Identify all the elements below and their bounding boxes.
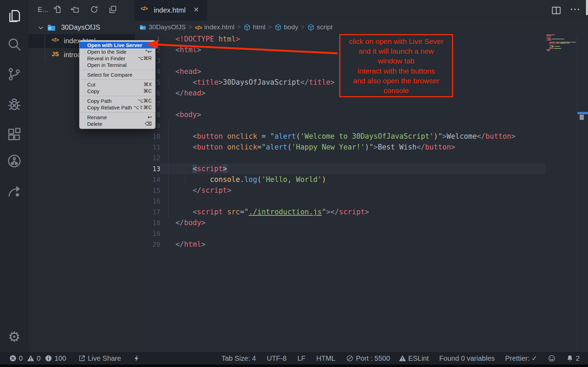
menu-separator	[80, 112, 155, 113]
status-text: HTML	[316, 354, 335, 362]
code-line[interactable]: 20</html>	[135, 239, 588, 250]
folder-row-30daysofjs[interactable]: 30DaysOfJS	[29, 21, 135, 34]
status-100[interactable]: 100	[45, 354, 66, 362]
indent-guide	[168, 196, 169, 207]
menu-item-copy-relative-path[interactable]: Copy Relative Path ⌥⇧⌘C	[80, 104, 155, 111]
code-line[interactable]: 11 <button onclick="alert('Happy New Yea…	[135, 142, 588, 153]
status-bolt-icon[interactable]	[133, 354, 141, 362]
breadcrumb-item-body[interactable]: body	[274, 23, 298, 31]
status-tab-size-4[interactable]: Tab Size: 4	[221, 354, 256, 362]
status-middle: Tab Size: 4UTF-8LFHTMLPort : 5500	[221, 352, 390, 365]
menu-item-copy[interactable]: Copy ⌘C	[80, 88, 155, 94]
indent-guide	[168, 131, 169, 142]
line-number: 14	[135, 174, 160, 185]
status-0[interactable]: 0	[9, 354, 23, 362]
js-file-icon: JS	[52, 51, 61, 60]
new-file-icon[interactable]	[53, 5, 62, 14]
menu-item-cut[interactable]: Cut ⌘X	[80, 81, 155, 88]
menu-item-copy-path[interactable]: Copy Path ⌥⌘C	[80, 98, 155, 104]
minimap-line	[546, 42, 577, 43]
activity-extensions-button[interactable]	[7, 127, 22, 142]
new-folder-icon[interactable]	[70, 5, 79, 14]
activity-gear-button[interactable]: ⚙	[7, 329, 22, 344]
status-text: 100	[54, 354, 66, 362]
code-line[interactable]: 13 <script>	[135, 163, 588, 174]
activity-share-button[interactable]	[7, 183, 22, 198]
status-live-share[interactable]: Live Share	[78, 354, 121, 362]
menu-item-reveal-in-finder[interactable]: Reveal in Finder ⌥⌘R	[80, 55, 155, 62]
refresh-icon[interactable]	[90, 5, 99, 14]
status-2[interactable]: 2	[566, 354, 580, 362]
menu-item-delete[interactable]: Delete ⌫	[80, 121, 155, 127]
code-line[interactable]: 15 </script>	[135, 185, 588, 196]
annotation-box: click on open with Live Severand it will…	[339, 34, 453, 97]
code-line[interactable]: 14 console.log('Hello, World')	[135, 174, 588, 185]
status-smiley-icon[interactable]	[548, 354, 556, 362]
share-icon	[7, 183, 22, 198]
html-file-icon: </>	[52, 37, 61, 46]
status-prettier-[interactable]: Prettier: ✓	[505, 354, 537, 362]
activity-live-share-circle-button[interactable]	[7, 153, 22, 169]
menu-item-open-with-live-server[interactable]: Open with Live Server	[80, 42, 155, 48]
code-line[interactable]: 12	[135, 153, 588, 163]
annotation-line: interact with the buttons	[340, 66, 452, 76]
tree-indent-guide	[45, 34, 45, 62]
collapse-all-icon[interactable]	[108, 5, 117, 14]
menu-item-rename[interactable]: Rename ↩	[80, 114, 155, 121]
menu-item-open-in-terminal[interactable]: Open in Terminal	[80, 62, 155, 68]
code-line[interactable]: 16	[135, 196, 588, 207]
code-line[interactable]: 17 <script src="./introduction.js"></scr…	[135, 207, 588, 217]
explorer-actions	[29, 5, 135, 15]
tab-index-html[interactable]: </> index.html ×	[134, 0, 207, 21]
status-found-0-variables[interactable]: Found 0 variables	[439, 354, 495, 362]
breadcrumb-item-30DaysOfJS[interactable]: 30DaysOfJS	[139, 23, 186, 31]
code-text: console.log('Hello, World')	[175, 174, 326, 185]
menu-item-label: Copy Relative Path	[87, 104, 132, 111]
menu-item-select-for-compare[interactable]: Select for Compare	[80, 71, 155, 78]
minimap[interactable]	[546, 35, 577, 51]
extensions-icon	[7, 127, 22, 142]
editor-right-divider	[577, 35, 578, 352]
status-utf-8[interactable]: UTF-8	[267, 354, 287, 362]
code-line[interactable]: 9	[135, 120, 588, 131]
menu-item-open-to-the-side[interactable]: Open to the Side ^↩	[80, 48, 155, 55]
more-actions-icon[interactable]: ⋯	[570, 3, 580, 15]
code-line[interactable]: 7	[135, 99, 588, 109]
minimap-line	[546, 49, 577, 50]
activity-files-button[interactable]	[7, 8, 22, 24]
breadcrumb-item-html[interactable]: html	[243, 23, 265, 31]
menu-item-label: Cut	[87, 81, 95, 88]
code-line[interactable]: 10 <button onclick = "alert('Welcome to …	[135, 131, 588, 142]
status-0[interactable]: 0	[27, 354, 40, 362]
port-slash-icon	[346, 354, 354, 362]
split-editor-icon[interactable]	[551, 5, 561, 16]
status-html[interactable]: HTML	[316, 354, 335, 362]
status-lf[interactable]: LF	[297, 354, 306, 362]
status-eslint[interactable]: ESLint	[399, 354, 429, 362]
code-text: <script>	[175, 163, 227, 174]
status-port-5500[interactable]: Port : 5500	[346, 354, 390, 362]
html-file-icon: </>	[141, 6, 149, 14]
code-line[interactable]: 19	[135, 228, 588, 239]
code-text: </script>	[175, 185, 231, 196]
menu-item-shortcut: ⌘X	[144, 81, 152, 88]
activity-bar: ⚙	[0, 0, 29, 352]
breadcrumb: 30DaysOfJS> </> index.html> html> body> …	[135, 21, 588, 34]
indent-guide	[168, 207, 169, 217]
code-line[interactable]: 8<body>	[135, 109, 588, 120]
error-icon	[9, 354, 17, 362]
minimap-line	[546, 40, 577, 40]
scrollbar-thumb[interactable]	[580, 115, 584, 120]
close-icon[interactable]: ×	[194, 4, 199, 15]
breadcrumb-item-script[interactable]: script	[307, 23, 332, 31]
code-line[interactable]: 18</body>	[135, 217, 588, 228]
line-number: 17	[135, 207, 160, 217]
line-number: 13	[135, 163, 160, 174]
activity-search-button[interactable]	[7, 37, 22, 52]
overview-ruler-marker	[578, 112, 588, 114]
breadcrumb-item-index.html[interactable]: </> index.html	[195, 23, 235, 31]
activity-source-control-button[interactable]	[7, 67, 22, 82]
activity-debug-button[interactable]	[7, 97, 22, 112]
breadcrumb-separator: >	[237, 24, 241, 31]
minimap-line	[546, 41, 577, 41]
